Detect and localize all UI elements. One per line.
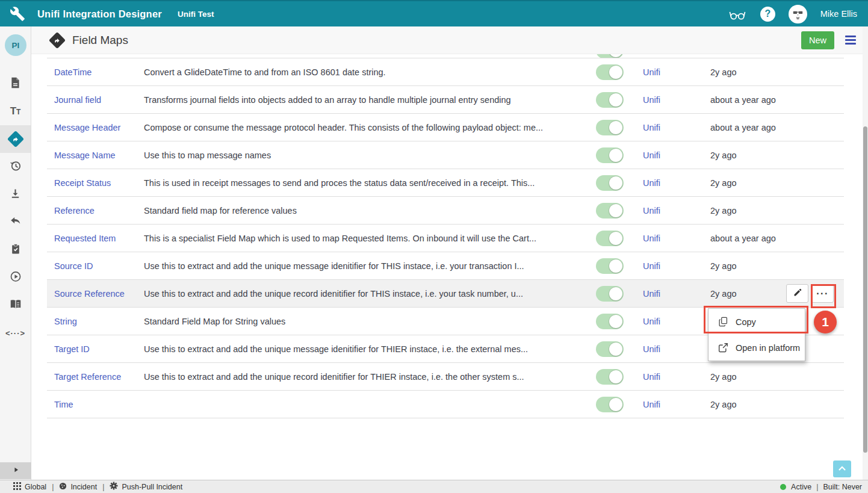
table-row: Journal field Transforms journal fields …: [47, 86, 844, 114]
clipboard-check-icon: [10, 243, 22, 258]
chevron-up-icon: [837, 464, 847, 474]
source-app-link[interactable]: Unifi: [643, 58, 660, 86]
topbar: Unifi Integration Designer Unifi Test ?: [0, 0, 868, 26]
grid-icon: [13, 482, 21, 492]
source-app-link[interactable]: Unifi: [643, 308, 660, 335]
more-actions-button[interactable]: ···: [811, 284, 834, 303]
field-map-name-link[interactable]: Target Reference: [54, 363, 121, 391]
document-icon: [9, 76, 22, 91]
scope-label: Global: [25, 483, 46, 491]
field-map-name-link[interactable]: Target ID: [54, 335, 90, 363]
field-map-name-link[interactable]: Time: [54, 391, 73, 418]
source-app-link[interactable]: Unifi: [643, 280, 660, 308]
active-toggle[interactable]: [596, 231, 624, 246]
menu-item-label: Copy: [736, 317, 756, 327]
sidebar-item-scripts[interactable]: <···>: [0, 319, 31, 347]
active-toggle[interactable]: [596, 120, 624, 135]
active-toggle[interactable]: [596, 341, 624, 357]
user-name[interactable]: Mike Ellis: [820, 9, 857, 19]
active-toggle[interactable]: [596, 147, 624, 163]
scrollbar-track[interactable]: [863, 26, 868, 480]
table-row: Requested Item This is a specialist Fiel…: [47, 225, 844, 252]
updated-timestamp: 2y ago: [710, 197, 737, 225]
field-map-name-link[interactable]: Requested Item: [54, 225, 116, 252]
menu-item-copy[interactable]: Copy: [708, 309, 805, 335]
field-map-description: Compose or consume the message protocol …: [144, 114, 579, 141]
source-app-link[interactable]: Unifi: [643, 169, 660, 197]
active-status-label: Active: [791, 483, 811, 491]
new-button[interactable]: New: [801, 31, 834, 49]
field-map-name-link[interactable]: Message Header: [54, 114, 120, 141]
sidebar-expand-button[interactable]: [0, 462, 31, 479]
sidebar-item-fields[interactable]: TT: [0, 98, 31, 125]
table-row: Reference Standard field map for referen…: [47, 197, 844, 225]
source-app-link[interactable]: Unifi: [643, 252, 660, 280]
help-icon[interactable]: ?: [760, 7, 775, 22]
table-row: Source ID Use this to extract and add th…: [47, 252, 844, 280]
source-app-link[interactable]: Unifi: [643, 141, 660, 169]
active-toggle[interactable]: [596, 54, 624, 58]
scroll-to-top-button[interactable]: [833, 460, 851, 477]
built-status-label: Built: Never: [823, 483, 862, 491]
application-indicator[interactable]: Incident: [59, 482, 97, 492]
sidebar-item-history[interactable]: [0, 153, 31, 181]
sidebar-item-download[interactable]: [0, 181, 31, 208]
active-toggle[interactable]: [596, 64, 624, 80]
menu-icon[interactable]: [845, 36, 856, 46]
field-map-name-link[interactable]: Source Reference: [54, 280, 125, 308]
app-window: Unifi Integration Designer Unifi Test ?: [0, 0, 868, 493]
menu-item-open-in-platform[interactable]: Open in platform: [708, 335, 805, 361]
field-map-description: Use this to map message names: [144, 141, 579, 169]
partial-row: [47, 54, 844, 58]
workspace-avatar[interactable]: PI: [5, 34, 26, 56]
field-map-name-link[interactable]: Journal field: [54, 86, 101, 114]
edit-button[interactable]: [786, 284, 808, 303]
field-map-name-link[interactable]: Message Name: [54, 141, 116, 169]
source-app-link[interactable]: Unifi: [643, 335, 660, 363]
topbar-right: ? Mike Ellis: [728, 5, 857, 23]
field-maps-table: DateTime Convert a GlideDateTime to and …: [47, 54, 844, 418]
source-app-link[interactable]: Unifi: [643, 225, 660, 252]
source-app-link[interactable]: Unifi: [643, 363, 660, 391]
table-row: Target Reference Use this to extract and…: [47, 363, 844, 391]
scrollbar-thumb[interactable]: [863, 126, 867, 453]
sidebar-item-tasks[interactable]: [0, 236, 31, 264]
active-toggle[interactable]: [596, 258, 624, 274]
main-content: Field Maps New DateTime Convert a GlideD…: [31, 26, 868, 480]
active-toggle[interactable]: [596, 92, 624, 108]
application-label: Incident: [70, 483, 97, 491]
sidebar-item-field-maps[interactable]: [0, 125, 31, 153]
source-app-link[interactable]: Unifi: [643, 114, 660, 141]
source-app-link[interactable]: Unifi: [643, 391, 660, 418]
field-map-name-link[interactable]: Reference: [54, 197, 95, 225]
annotation-step-badge: 1: [814, 311, 837, 333]
sidebar-item-response[interactable]: [0, 208, 31, 236]
source-app-link[interactable]: Unifi: [643, 86, 660, 114]
sidebar-item-documentation[interactable]: [0, 291, 31, 319]
source-app-link[interactable]: Unifi: [643, 197, 660, 225]
user-avatar[interactable]: [789, 5, 807, 23]
active-status-dot: [780, 484, 786, 490]
active-toggle[interactable]: [596, 314, 624, 329]
active-toggle[interactable]: [596, 286, 624, 302]
active-toggle[interactable]: [596, 175, 624, 191]
environment-name[interactable]: Unifi Test: [178, 10, 214, 19]
field-map-name-link[interactable]: Source ID: [54, 252, 93, 280]
scope-indicator[interactable]: Global: [13, 482, 46, 492]
field-map-name-link[interactable]: DateTime: [54, 58, 91, 86]
integration-indicator[interactable]: Push-Pull Incident: [110, 482, 182, 492]
history-clock-icon: [9, 159, 22, 175]
field-map-name-link[interactable]: Receipt Status: [54, 169, 111, 197]
active-toggle[interactable]: [596, 397, 624, 412]
field-map-name-link[interactable]: String: [54, 308, 77, 335]
active-toggle[interactable]: [596, 203, 624, 219]
glasses-icon[interactable]: [728, 7, 747, 21]
active-toggle[interactable]: [596, 369, 624, 385]
updated-timestamp: about a year ago: [710, 86, 776, 114]
integration-label: Push-Pull Incident: [122, 483, 182, 491]
row-actions: ···: [786, 284, 834, 303]
gear-icon: [110, 482, 118, 492]
sidebar-item-run[interactable]: [0, 264, 31, 291]
sidebar-item-documents[interactable]: [0, 70, 31, 98]
updated-timestamp: 2y ago: [710, 252, 737, 280]
